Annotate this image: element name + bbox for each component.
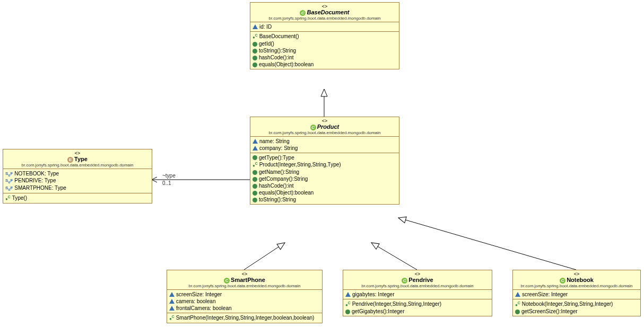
method-row: getType():Type bbox=[253, 154, 397, 161]
class-Type: <>ETypebr.com.jonyfs.spring.boot.data.em… bbox=[3, 149, 152, 204]
field-row: SoFPENDRIVE: Type bbox=[5, 177, 150, 184]
gen-notebook-product bbox=[398, 218, 576, 270]
field-row: frontalCamera: boolean bbox=[169, 305, 320, 312]
fields-section: gigabytes: Integer bbox=[343, 290, 492, 299]
class-SmartPhone: <>CSmartPhonebr.com.jonyfs.spring.boot.d… bbox=[167, 270, 323, 323]
methods-section: ●CSmartPhone(Integer,String,String,Integ… bbox=[167, 313, 322, 323]
class-header: <>CBaseDocumentbr.com.jonyfs.spring.boot… bbox=[250, 3, 399, 22]
fields-section: SoFNOTEBOOK: TypeSoFPENDRIVE: TypeSoFSMA… bbox=[3, 169, 152, 193]
field-row: screenSize: Integer bbox=[169, 291, 320, 298]
fields-section: id: ID bbox=[250, 22, 399, 32]
gen-pendrive-product bbox=[371, 243, 417, 270]
method-row: getGigabytes():Integer bbox=[345, 308, 490, 315]
method-row: ●CProduct(Integer,String,String,Type) bbox=[253, 161, 397, 169]
methods-section: ●CType() bbox=[3, 193, 152, 203]
method-row: getName():String bbox=[253, 169, 397, 175]
method-row: ●CBaseDocument() bbox=[253, 33, 397, 40]
methods-section: getType():Type●CProduct(Integer,String,S… bbox=[250, 153, 399, 204]
field-row: screenSize: Integer bbox=[515, 291, 638, 298]
field-row: company: String bbox=[253, 145, 397, 152]
class-header: <>CSmartPhonebr.com.jonyfs.spring.boot.d… bbox=[167, 270, 322, 290]
methods-section: ●CNotebook(Integer,String,String,Integer… bbox=[513, 299, 640, 316]
class-Product: <>CProductbr.com.jonyfs.spring.boot.data… bbox=[250, 117, 399, 205]
assoc-role-label: ~type bbox=[162, 173, 176, 179]
field-row: name: String bbox=[253, 138, 397, 145]
gen-smartphone-product bbox=[244, 243, 285, 270]
fields-section: screenSize: Integercamera: booleanfronta… bbox=[167, 290, 322, 313]
class-header: <>ETypebr.com.jonyfs.spring.boot.data.em… bbox=[3, 149, 152, 169]
class-Notebook: <>CNotebookbr.com.jonyfs.spring.boot.dat… bbox=[512, 270, 641, 316]
fields-section: screenSize: Integer bbox=[513, 290, 640, 299]
methods-section: ●CBaseDocument()getId()toString():String… bbox=[250, 32, 399, 69]
methods-section: ●CPendrive(Integer,String,String,Integer… bbox=[343, 299, 492, 316]
method-row: ●CSmartPhone(Integer,String,String,Integ… bbox=[169, 314, 320, 322]
field-row: id: ID bbox=[253, 23, 397, 30]
class-BaseDocument: <>CBaseDocumentbr.com.jonyfs.spring.boot… bbox=[250, 2, 399, 69]
method-row: ●CNotebook(Integer,String,String,Integer… bbox=[515, 301, 638, 308]
method-row: ●CPendrive(Integer,String,String,Integer… bbox=[345, 301, 490, 308]
class-header: <>CPendrivebr.com.jonyfs.spring.boot.dat… bbox=[343, 270, 492, 290]
method-row: hashCode():int bbox=[253, 54, 397, 61]
field-row: camera: boolean bbox=[169, 298, 320, 305]
class-Pendrive: <>CPendrivebr.com.jonyfs.spring.boot.dat… bbox=[343, 270, 492, 316]
method-row: hashCode():int bbox=[253, 182, 397, 189]
method-row: getCompany():String bbox=[253, 175, 397, 182]
method-row: equals(Object):boolean bbox=[253, 189, 397, 196]
method-row: toString():String bbox=[253, 196, 397, 203]
method-row: getScreenSize():Integer bbox=[515, 308, 638, 315]
method-row: equals(Object):boolean bbox=[253, 61, 397, 68]
field-row: gigabytes: Integer bbox=[345, 291, 490, 298]
assoc-mult-label: 0..1 bbox=[162, 180, 171, 186]
class-header: <>CNotebookbr.com.jonyfs.spring.boot.dat… bbox=[513, 270, 640, 290]
method-row: ●CType() bbox=[5, 195, 150, 202]
class-header: <>CProductbr.com.jonyfs.spring.boot.data… bbox=[250, 117, 399, 137]
field-row: SoFNOTEBOOK: Type bbox=[5, 170, 150, 178]
fields-section: name: Stringcompany: String bbox=[250, 137, 399, 153]
field-row: SoFSMARTPHONE: Type bbox=[5, 184, 150, 192]
method-row: toString():String bbox=[253, 47, 397, 54]
method-row: getId() bbox=[253, 40, 397, 47]
